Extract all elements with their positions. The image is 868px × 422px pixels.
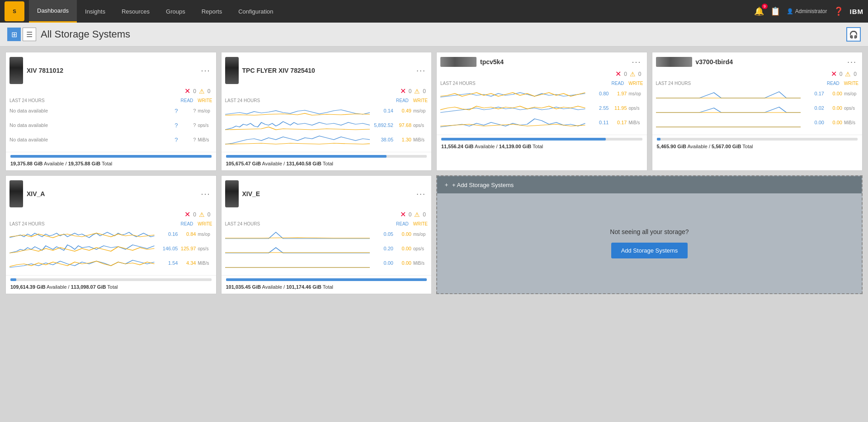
metric-unit: ms/op xyxy=(413,108,428,113)
card-menu-button[interactable]: ··· xyxy=(847,57,857,67)
nav-groups[interactable]: Groups xyxy=(158,0,193,23)
warning-count: 0 xyxy=(638,71,642,77)
card-title: XIV_E xyxy=(242,190,413,197)
storage-card-xiv-a: XIV_A ··· ✕ 0 ⚠ 0 LAST 24 HOURS READ WRI… xyxy=(5,175,217,294)
warning-count: 0 xyxy=(423,211,426,218)
write-value: 0.00 xyxy=(393,231,411,237)
nav-resources[interactable]: Resources xyxy=(113,0,158,23)
notifications-bell[interactable]: 🔔 9 xyxy=(754,6,764,16)
metric-row-iops: No data available ? ? ops/s xyxy=(9,119,212,131)
error-icon: ✕ xyxy=(400,87,406,95)
user-info[interactable]: 👤 Administrator xyxy=(787,8,827,14)
card-footer: 11,556.24 GiB Available / 14,139.00 GiB … xyxy=(437,135,647,153)
write-label: WRITE xyxy=(198,98,212,103)
metrics-header: LAST 24 HOURS READ WRITE xyxy=(440,81,643,86)
grid-view-button[interactable]: ⊞ xyxy=(7,28,21,41)
main-grid: XIV 7811012 ··· ✕ 0 ⚠ 0 LAST 24 HOURS RE… xyxy=(0,47,868,300)
capacity-bar xyxy=(226,155,387,158)
card-menu-button[interactable]: ··· xyxy=(201,66,210,75)
clipboard-icon[interactable]: 📋 xyxy=(770,6,780,16)
metrics-header: LAST 24 HOURS READ WRITE xyxy=(9,98,212,103)
read-label: READ xyxy=(396,221,409,226)
card-title: tpcv5k4 xyxy=(480,58,628,66)
last24-label: LAST 24 HOURS xyxy=(9,221,180,226)
nav-insights[interactable]: Insights xyxy=(77,0,113,23)
card-header: TPC FLYER XIV 7825410 ··· xyxy=(222,52,432,87)
write-label: WRITE xyxy=(198,221,212,226)
write-label: WRITE xyxy=(844,81,859,86)
error-icon: ✕ xyxy=(400,210,406,219)
chart-bandwidth xyxy=(225,134,370,145)
last24-label: LAST 24 HOURS xyxy=(440,81,611,86)
metrics-header: LAST 24 HOURS READ WRITE xyxy=(225,221,428,226)
add-storage-header[interactable]: ＋ + Add Storage Systems xyxy=(437,176,862,193)
card-metrics: LAST 24 HOURS READ WRITE 0.14 0.49 ms/op xyxy=(222,98,432,150)
card-status: ✕ 0 ⚠ 0 xyxy=(652,70,863,81)
metric-row-bandwidth: 1.54 4.34 MiB/s xyxy=(9,257,212,269)
metric-unit: MiB/s xyxy=(413,261,428,266)
write-value: 0.00 xyxy=(824,91,842,96)
metric-row-latency: 0.16 0.84 ms/op xyxy=(9,228,212,240)
no-data-text: No data available xyxy=(9,122,175,128)
read-value: 0.11 xyxy=(585,120,609,125)
write-value: 0.84 xyxy=(178,231,196,237)
add-storage-button[interactable]: Add Storage Systems xyxy=(611,243,688,258)
card-metrics: LAST 24 HOURS READ WRITE 0.16 0.84 ms/op xyxy=(6,221,216,273)
headphone-button[interactable]: 🎧 xyxy=(846,27,861,42)
capacity-bar-wrap xyxy=(10,155,212,158)
capacity-bar xyxy=(657,138,661,141)
nav-right: 🔔 9 📋 👤 Administrator ❓ IBM xyxy=(754,6,863,16)
warning-icon: ⚠ xyxy=(414,211,420,218)
nav-reports[interactable]: Reports xyxy=(193,0,231,23)
card-status: ✕ 0 ⚠ 0 xyxy=(6,210,216,221)
write-label: WRITE xyxy=(413,221,428,226)
chart-latency xyxy=(225,105,370,116)
device-icon xyxy=(656,57,692,67)
device-icon xyxy=(9,180,23,207)
header-right: 🎧 xyxy=(846,27,861,42)
card-menu-button[interactable]: ··· xyxy=(416,66,426,75)
nav-configuration[interactable]: Configuration xyxy=(230,0,281,23)
error-icon: ✕ xyxy=(615,70,621,78)
view-toggle: ⊞ ☰ xyxy=(7,28,36,41)
card-menu-button[interactable]: ··· xyxy=(201,189,210,199)
user-icon: 👤 xyxy=(787,8,793,14)
storage-card-xiv-e: XIV_E ··· ✕ 0 ⚠ 0 LAST 24 HOURS READ WRI… xyxy=(221,175,432,294)
page-title: All Storage Systems xyxy=(41,28,130,40)
card-menu-button[interactable]: ··· xyxy=(632,57,641,67)
plus-icon: ＋ xyxy=(443,181,449,189)
help-icon[interactable]: ❓ xyxy=(834,6,844,16)
capacity-text: 105,675.47 GiB Available / 131,640.58 Gi… xyxy=(226,161,334,166)
metric-row-iops: 146.05 125.97 ops/s xyxy=(9,243,212,254)
card-metrics: LAST 24 HOURS READ WRITE 0.17 0.00 ms/op xyxy=(652,81,863,133)
add-storage-header-label: + Add Storage Systems xyxy=(452,182,514,188)
warning-icon: ⚠ xyxy=(199,211,205,218)
read-value: 0.14 xyxy=(370,108,393,113)
metric-row-bandwidth: 38.05 1.30 MiB/s xyxy=(225,134,428,145)
card-menu-button[interactable]: ··· xyxy=(416,189,426,199)
metric-row-latency: 0.80 1.97 ms/op xyxy=(440,88,643,99)
metric-row-bandwidth: 0.00 0.00 MiB/s xyxy=(656,117,859,128)
error-count: 0 xyxy=(624,71,627,77)
write-value: 1.30 xyxy=(393,137,411,142)
nav-dashboards[interactable]: Dashboards xyxy=(29,0,77,23)
last24-label: LAST 24 HOURS xyxy=(656,81,827,86)
read-value: 38.05 xyxy=(370,137,393,142)
chart-latency xyxy=(440,88,585,99)
read-label: READ xyxy=(827,81,840,86)
read-value: 0.16 xyxy=(155,231,178,237)
warning-icon: ⚠ xyxy=(414,88,420,95)
chart-iops xyxy=(9,243,155,254)
read-value: 0.00 xyxy=(801,120,824,125)
capacity-bar-wrap xyxy=(10,278,212,281)
write-value: ? xyxy=(178,122,196,128)
card-metrics: LAST 24 HOURS READ WRITE No data availab… xyxy=(6,98,216,150)
read-value: 0.02 xyxy=(801,105,824,111)
list-view-button[interactable]: ☰ xyxy=(23,28,36,41)
metric-row-latency: No data available ? ? ms/op xyxy=(9,105,212,117)
metrics-header: LAST 24 HOURS READ WRITE xyxy=(225,98,428,103)
metric-unit: ops/s xyxy=(629,106,643,111)
no-data-text: No data available xyxy=(9,108,175,113)
app-logo[interactable]: S xyxy=(5,1,24,21)
write-value: ? xyxy=(178,137,196,142)
